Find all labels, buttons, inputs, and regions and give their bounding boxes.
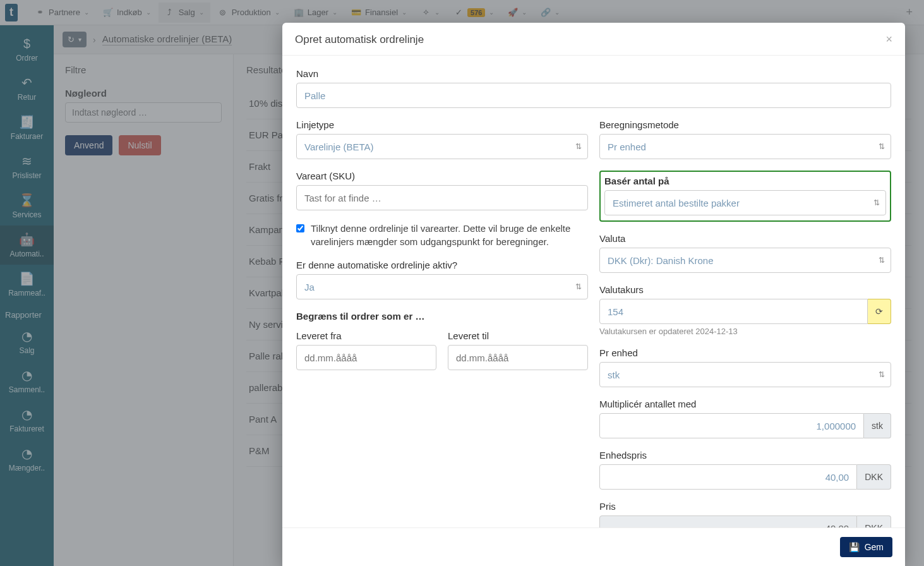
delivered-from-input[interactable] [296,345,436,370]
currency-select[interactable] [599,248,891,273]
base-label: Basér antal på [604,176,886,186]
create-orderline-modal: Opret automatisk ordrelinje × Navn Linje… [282,23,905,566]
base-highlight: Basér antal på ⇅ [599,171,891,222]
delivered-from-label: Leveret fra [296,330,436,341]
unitprice-input[interactable] [599,464,857,490]
delivered-to-label: Leveret til [448,330,588,341]
price-currency: DKK [857,515,891,527]
linetype-select[interactable] [296,134,588,159]
modal-header: Opret automatisk ordrelinje × [282,23,905,56]
rate-help: Valutakursen er opdateret 2024-12-13 [599,327,891,336]
active-label: Er denne automatiske ordrelinje aktiv? [296,260,588,270]
sku-input[interactable] [296,185,588,210]
sku-label: Vareart (SKU) [296,171,588,181]
per-unit-label: Pr enhed [599,347,891,358]
close-icon[interactable]: × [885,33,892,46]
rate-label: Valutakurs [599,284,891,295]
calc-label: Beregningsmetode [599,119,891,130]
modal-body: Navn Linjetype ⇅ Vareart (SKU) [282,56,905,527]
rate-input[interactable] [599,299,868,324]
refresh-rate-button[interactable]: ⟳ [868,299,891,324]
modal-footer: 💾Gem [282,527,905,566]
name-label: Navn [296,68,891,79]
tie-checkbox[interactable] [296,224,304,232]
tie-checkbox-label: Tilknyt denne ordrelinje til varearter. … [311,222,588,248]
price-label: Pris [599,501,891,512]
save-label: Gem [865,542,884,552]
per-unit-select[interactable] [599,362,891,387]
unitprice-label: Enhedspris [599,450,891,461]
calc-select[interactable] [599,134,891,159]
save-icon: 💾 [849,542,860,552]
delivered-to-input[interactable] [448,345,588,370]
linetype-label: Linjetype [296,119,588,130]
restrict-header: Begræns til ordrer som er … [296,311,588,322]
active-select[interactable] [296,274,588,299]
multiply-input[interactable] [599,413,864,438]
multiply-unit: stk [864,413,891,438]
name-input[interactable] [296,83,891,108]
multiply-label: Multiplicér antallet med [599,399,891,409]
currency-label: Valuta [599,233,891,244]
modal-title: Opret automatisk ordrelinje [295,33,424,46]
save-button[interactable]: 💾Gem [840,537,892,557]
base-select[interactable] [604,190,886,215]
unitprice-currency: DKK [857,464,891,490]
refresh-icon: ⟳ [875,306,883,316]
price-input [599,515,857,527]
